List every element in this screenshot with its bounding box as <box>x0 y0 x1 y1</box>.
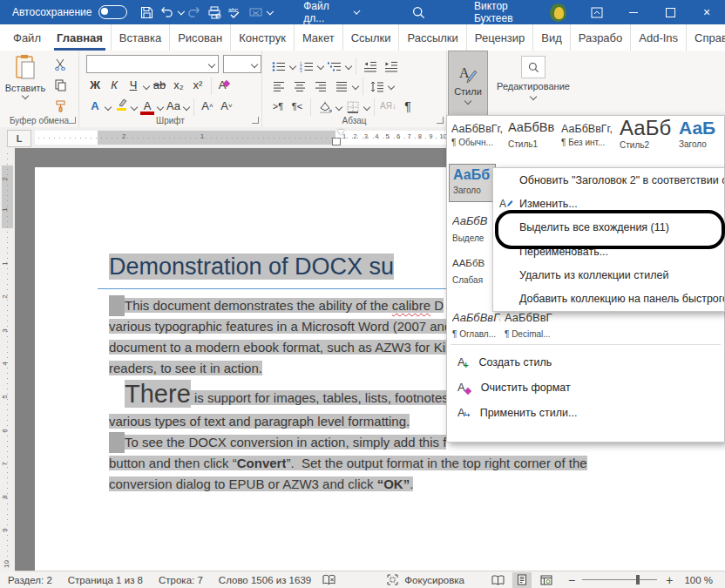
shrink-font-button[interactable]: А˅ <box>218 98 235 116</box>
font-dialog-launcher[interactable] <box>252 117 259 124</box>
create-style-item[interactable]: А+ Создать стиль <box>447 349 724 375</box>
tab-view[interactable]: Вид <box>532 24 570 51</box>
change-case-dropdown-icon[interactable] <box>183 104 190 111</box>
print-layout-icon[interactable] <box>512 572 532 588</box>
read-mode-icon[interactable] <box>488 572 507 588</box>
cut-icon[interactable] <box>51 56 70 73</box>
tab-addins[interactable]: Add-Ins <box>630 24 686 51</box>
style-card-decimal[interactable]: АаБбВвГ ¶ Decimal... <box>505 311 557 339</box>
text-effects-dropdown-icon[interactable] <box>105 104 112 111</box>
style-card-normal[interactable]: АаБбВвГг, ¶ Обычн... <box>451 123 504 147</box>
grow-font-button[interactable]: А˄ <box>199 98 216 116</box>
zoom-out-button[interactable]: − <box>556 573 577 587</box>
style-card-style1[interactable]: АаБбВв Стиль1 <box>508 120 559 149</box>
font-size-combo[interactable] <box>223 55 261 73</box>
tab-references[interactable]: Ссылки <box>342 24 399 51</box>
align-center-icon[interactable] <box>290 78 309 95</box>
menu-item-rename[interactable]: Переименовать... <box>493 240 724 263</box>
vertical-ruler[interactable]: 2112345678910 <box>0 148 15 571</box>
focus-label[interactable]: Фокусировка <box>402 575 472 585</box>
tab-help[interactable]: Справка <box>686 24 725 51</box>
shading-icon[interactable] <box>315 98 335 116</box>
underline-dropdown-icon[interactable] <box>143 83 150 90</box>
menu-item-remove-from-gallery[interactable]: Удалить из коллекции стилей <box>493 263 724 287</box>
proofing-icon[interactable] <box>319 572 338 588</box>
borders-dropdown-icon[interactable] <box>363 104 370 111</box>
quick-print-icon[interactable] <box>206 3 223 22</box>
line-indicator[interactable]: Строка: 7 <box>151 575 211 585</box>
document-title[interactable]: Файл дл... <box>303 0 347 24</box>
style-card-subtle[interactable]: ААБбВ Слабая <box>452 258 498 285</box>
styles-button[interactable]: A Стили <box>448 51 488 117</box>
user-name[interactable]: Виктор Бухтеев <box>474 0 542 24</box>
zoom-level[interactable]: 100 % <box>676 575 725 585</box>
paste-button[interactable]: Вставить <box>3 54 47 117</box>
ribbon-display-options-icon[interactable] <box>579 0 615 24</box>
ltr-paragraph-button[interactable]: >¶ <box>269 98 287 116</box>
highlight-dropdown-icon[interactable] <box>131 104 138 111</box>
style-card-style2[interactable]: АаБб Стиль2 <box>620 116 674 150</box>
justify-dropdown-icon[interactable] <box>352 83 359 90</box>
search-icon[interactable] <box>410 3 427 22</box>
minimize-button[interactable] <box>615 0 652 24</box>
editing-button[interactable]: Редактирование <box>487 56 579 99</box>
italic-button[interactable]: К <box>105 78 123 95</box>
clipboard-dialog-launcher[interactable] <box>69 117 76 124</box>
font-color-dropdown-icon[interactable] <box>157 104 164 111</box>
tab-file[interactable]: Файл <box>5 24 49 51</box>
user-avatar[interactable] <box>550 3 566 22</box>
show-marks-button[interactable]: ¶ <box>399 98 417 116</box>
tab-home[interactable]: Главная <box>49 24 111 51</box>
superscript-button[interactable]: x² <box>189 78 207 95</box>
menu-item-add-to-quick-access[interactable]: Добавить коллекцию на панель быстрого до <box>493 287 724 311</box>
tab-layout[interactable]: Макет <box>294 24 342 51</box>
tab-review[interactable]: Рецензир <box>466 24 533 51</box>
close-button[interactable]: × <box>688 0 725 24</box>
highlight-button[interactable] <box>112 98 130 116</box>
font-name-combo[interactable] <box>86 55 219 73</box>
multilevel-dropdown-icon[interactable] <box>345 63 352 70</box>
menu-item-select-all-instances[interactable]: Выделить все вхождения (11) <box>493 216 724 240</box>
increase-indent-icon[interactable] <box>382 57 401 75</box>
change-case-button[interactable]: Аа <box>165 98 182 116</box>
paragraph-dialog-launcher[interactable] <box>437 117 444 124</box>
style-card-heading1[interactable]: АаБ Заголо <box>679 118 725 149</box>
align-right-icon[interactable] <box>311 78 330 95</box>
paste-dropdown-icon[interactable] <box>22 92 29 99</box>
bullets-dropdown-icon[interactable] <box>289 63 296 70</box>
clear-formatting-button[interactable]: А <box>216 78 234 95</box>
format-painter-icon[interactable] <box>51 98 70 115</box>
menu-item-update-style[interactable]: Обновить "Заголовок 2" в соответствии с … <box>493 168 724 192</box>
left-indent-marker[interactable] <box>332 138 341 145</box>
undo-icon[interactable] <box>159 3 176 22</box>
justify-icon[interactable] <box>332 78 351 95</box>
document-title-dropdown-icon[interactable] <box>353 7 360 14</box>
section-indicator[interactable]: Раздел: 2 <box>0 575 60 585</box>
qat-customize-icon[interactable] <box>266 7 273 14</box>
numbering-dropdown-icon[interactable] <box>317 63 324 70</box>
font-color-button[interactable]: А <box>139 98 156 116</box>
focus-icon[interactable] <box>383 572 402 588</box>
web-layout-icon[interactable] <box>537 572 556 588</box>
zoom-slider[interactable] <box>582 579 657 580</box>
style-card-no-spacing[interactable]: АаБбВвГг, ¶ Без инт... <box>561 123 615 147</box>
apply-styles-item[interactable]: А Применить стили... <box>447 400 724 425</box>
style-card-toc[interactable]: АаБбВвГг ¶ Оглавл... <box>452 311 500 339</box>
maximize-button[interactable] <box>652 0 688 24</box>
tab-mailings[interactable]: Рассылки <box>398 24 465 51</box>
borders-icon[interactable] <box>343 98 362 116</box>
tab-developer[interactable]: Разрабо <box>570 24 630 51</box>
save-icon[interactable] <box>138 3 155 22</box>
page-indicator[interactable]: Страница 1 из 8 <box>60 575 151 585</box>
tab-selector[interactable]: L <box>7 130 31 147</box>
text-effects-button[interactable]: А <box>86 98 104 116</box>
menu-item-modify[interactable]: А Изменить... <box>493 192 724 215</box>
spellcheck-icon[interactable]: abc <box>227 3 244 22</box>
shading-dropdown-icon[interactable] <box>335 104 342 111</box>
zoom-slider-thumb[interactable] <box>636 575 640 585</box>
strikethrough-button[interactable]: ab <box>151 78 168 95</box>
autosave-toggle[interactable] <box>98 5 127 19</box>
copy-icon[interactable] <box>51 77 70 94</box>
rtl-paragraph-button[interactable]: ¶< <box>288 98 306 116</box>
style-card-emphasis[interactable]: АаБбВ Выделе <box>452 214 498 243</box>
